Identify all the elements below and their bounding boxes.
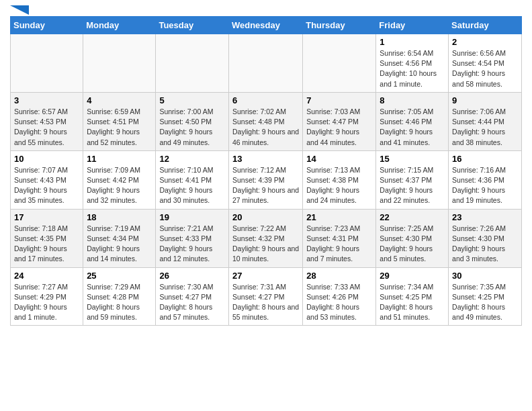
logo bbox=[10, 7, 29, 11]
logo-icon bbox=[10, 5, 29, 15]
day-info: Sunrise: 6:56 AMSunset: 4:54 PMDaylight:… bbox=[452, 48, 518, 89]
day-info: Sunrise: 6:57 AMSunset: 4:53 PMDaylight:… bbox=[14, 107, 79, 148]
day-number: 20 bbox=[232, 212, 299, 222]
day-info: Sunrise: 7:25 AMSunset: 4:30 PMDaylight:… bbox=[380, 224, 445, 265]
calendar-cell: 23Sunrise: 7:26 AMSunset: 4:30 PMDayligh… bbox=[449, 209, 522, 267]
day-info: Sunrise: 7:33 AMSunset: 4:26 PMDaylight:… bbox=[306, 282, 372, 323]
calendar-header-friday: Friday bbox=[376, 17, 449, 34]
day-number: 25 bbox=[87, 271, 152, 281]
calendar-cell: 25Sunrise: 7:29 AMSunset: 4:28 PMDayligh… bbox=[83, 267, 156, 326]
day-info: Sunrise: 7:07 AMSunset: 4:43 PMDaylight:… bbox=[14, 165, 79, 206]
day-number: 11 bbox=[87, 154, 152, 164]
calendar-cell: 9Sunrise: 7:06 AMSunset: 4:44 PMDaylight… bbox=[449, 92, 522, 150]
day-number: 5 bbox=[159, 95, 225, 105]
day-info: Sunrise: 7:15 AMSunset: 4:37 PMDaylight:… bbox=[380, 165, 445, 206]
calendar-cell: 13Sunrise: 7:12 AMSunset: 4:39 PMDayligh… bbox=[228, 150, 302, 209]
day-info: Sunrise: 7:26 AMSunset: 4:30 PMDaylight:… bbox=[452, 224, 518, 265]
day-number: 4 bbox=[87, 95, 152, 105]
day-number: 7 bbox=[306, 95, 372, 105]
day-number: 28 bbox=[306, 271, 372, 281]
calendar-cell: 26Sunrise: 7:30 AMSunset: 4:27 PMDayligh… bbox=[156, 267, 229, 326]
svg-marker-0 bbox=[10, 5, 29, 15]
calendar-week-row: 10Sunrise: 7:07 AMSunset: 4:43 PMDayligh… bbox=[11, 150, 522, 209]
day-number: 13 bbox=[232, 154, 299, 164]
day-number: 26 bbox=[159, 271, 225, 281]
header bbox=[10, 7, 522, 11]
day-info: Sunrise: 7:00 AMSunset: 4:50 PMDaylight:… bbox=[159, 107, 225, 148]
calendar-cell bbox=[83, 34, 156, 93]
calendar-cell: 29Sunrise: 7:34 AMSunset: 4:25 PMDayligh… bbox=[376, 267, 449, 326]
day-info: Sunrise: 6:54 AMSunset: 4:56 PMDaylight:… bbox=[380, 48, 445, 89]
day-number: 16 bbox=[452, 154, 518, 164]
day-number: 21 bbox=[306, 212, 372, 222]
calendar-cell: 16Sunrise: 7:16 AMSunset: 4:36 PMDayligh… bbox=[449, 150, 522, 209]
calendar-cell: 27Sunrise: 7:31 AMSunset: 4:27 PMDayligh… bbox=[228, 267, 302, 326]
calendar-cell: 19Sunrise: 7:21 AMSunset: 4:33 PMDayligh… bbox=[156, 209, 229, 267]
day-info: Sunrise: 7:22 AMSunset: 4:32 PMDaylight:… bbox=[232, 224, 299, 265]
calendar-cell bbox=[303, 34, 376, 93]
page: SundayMondayTuesdayWednesdayThursdayFrid… bbox=[0, 0, 532, 332]
day-number: 18 bbox=[87, 212, 152, 222]
calendar-cell: 20Sunrise: 7:22 AMSunset: 4:32 PMDayligh… bbox=[228, 209, 302, 267]
calendar-cell: 3Sunrise: 6:57 AMSunset: 4:53 PMDaylight… bbox=[11, 92, 83, 150]
day-number: 6 bbox=[232, 95, 299, 105]
day-info: Sunrise: 7:09 AMSunset: 4:42 PMDaylight:… bbox=[87, 165, 152, 206]
calendar: SundayMondayTuesdayWednesdayThursdayFrid… bbox=[10, 16, 522, 326]
day-info: Sunrise: 7:16 AMSunset: 4:36 PMDaylight:… bbox=[452, 165, 518, 206]
day-info: Sunrise: 7:02 AMSunset: 4:48 PMDaylight:… bbox=[232, 107, 299, 148]
day-info: Sunrise: 7:03 AMSunset: 4:47 PMDaylight:… bbox=[306, 107, 372, 148]
calendar-cell: 1Sunrise: 6:54 AMSunset: 4:56 PMDaylight… bbox=[376, 34, 449, 93]
calendar-cell: 28Sunrise: 7:33 AMSunset: 4:26 PMDayligh… bbox=[303, 267, 376, 326]
day-number: 8 bbox=[380, 95, 445, 105]
day-number: 23 bbox=[452, 212, 518, 222]
calendar-week-row: 3Sunrise: 6:57 AMSunset: 4:53 PMDaylight… bbox=[11, 92, 522, 150]
day-number: 12 bbox=[159, 154, 225, 164]
day-info: Sunrise: 7:30 AMSunset: 4:27 PMDaylight:… bbox=[159, 282, 225, 323]
day-info: Sunrise: 7:18 AMSunset: 4:35 PMDaylight:… bbox=[14, 224, 79, 265]
day-number: 10 bbox=[14, 154, 79, 164]
calendar-cell: 10Sunrise: 7:07 AMSunset: 4:43 PMDayligh… bbox=[11, 150, 83, 209]
day-info: Sunrise: 7:12 AMSunset: 4:39 PMDaylight:… bbox=[232, 165, 299, 206]
day-info: Sunrise: 6:59 AMSunset: 4:51 PMDaylight:… bbox=[87, 107, 152, 148]
day-info: Sunrise: 7:35 AMSunset: 4:25 PMDaylight:… bbox=[452, 282, 518, 323]
calendar-cell: 22Sunrise: 7:25 AMSunset: 4:30 PMDayligh… bbox=[376, 209, 449, 267]
calendar-cell: 2Sunrise: 6:56 AMSunset: 4:54 PMDaylight… bbox=[449, 34, 522, 93]
calendar-cell: 12Sunrise: 7:10 AMSunset: 4:41 PMDayligh… bbox=[156, 150, 229, 209]
calendar-cell bbox=[156, 34, 229, 93]
day-info: Sunrise: 7:31 AMSunset: 4:27 PMDaylight:… bbox=[232, 282, 299, 323]
calendar-cell: 15Sunrise: 7:15 AMSunset: 4:37 PMDayligh… bbox=[376, 150, 449, 209]
day-info: Sunrise: 7:19 AMSunset: 4:34 PMDaylight:… bbox=[87, 224, 152, 265]
calendar-header-sunday: Sunday bbox=[11, 17, 83, 34]
day-info: Sunrise: 7:10 AMSunset: 4:41 PMDaylight:… bbox=[159, 165, 225, 206]
day-number: 2 bbox=[452, 37, 518, 47]
calendar-header-tuesday: Tuesday bbox=[156, 17, 229, 34]
calendar-header-monday: Monday bbox=[83, 17, 156, 34]
calendar-week-row: 17Sunrise: 7:18 AMSunset: 4:35 PMDayligh… bbox=[11, 209, 522, 267]
day-number: 30 bbox=[452, 271, 518, 281]
calendar-cell: 21Sunrise: 7:23 AMSunset: 4:31 PMDayligh… bbox=[303, 209, 376, 267]
calendar-cell bbox=[228, 34, 302, 93]
calendar-cell: 14Sunrise: 7:13 AMSunset: 4:38 PMDayligh… bbox=[303, 150, 376, 209]
calendar-header-row: SundayMondayTuesdayWednesdayThursdayFrid… bbox=[11, 17, 522, 34]
calendar-cell: 17Sunrise: 7:18 AMSunset: 4:35 PMDayligh… bbox=[11, 209, 83, 267]
calendar-week-row: 24Sunrise: 7:27 AMSunset: 4:29 PMDayligh… bbox=[11, 267, 522, 326]
day-number: 24 bbox=[14, 271, 79, 281]
day-number: 1 bbox=[380, 37, 445, 47]
day-info: Sunrise: 7:05 AMSunset: 4:46 PMDaylight:… bbox=[380, 107, 445, 148]
calendar-header-wednesday: Wednesday bbox=[228, 17, 302, 34]
day-number: 29 bbox=[380, 271, 445, 281]
calendar-header-thursday: Thursday bbox=[303, 17, 376, 34]
calendar-cell: 24Sunrise: 7:27 AMSunset: 4:29 PMDayligh… bbox=[11, 267, 83, 326]
calendar-cell: 7Sunrise: 7:03 AMSunset: 4:47 PMDaylight… bbox=[303, 92, 376, 150]
day-number: 3 bbox=[14, 95, 79, 105]
day-number: 15 bbox=[380, 154, 445, 164]
day-number: 14 bbox=[306, 154, 372, 164]
day-info: Sunrise: 7:21 AMSunset: 4:33 PMDaylight:… bbox=[159, 224, 225, 265]
day-info: Sunrise: 7:34 AMSunset: 4:25 PMDaylight:… bbox=[380, 282, 445, 323]
day-info: Sunrise: 7:23 AMSunset: 4:31 PMDaylight:… bbox=[306, 224, 372, 265]
calendar-week-row: 1Sunrise: 6:54 AMSunset: 4:56 PMDaylight… bbox=[11, 34, 522, 93]
day-number: 19 bbox=[159, 212, 225, 222]
calendar-cell bbox=[11, 34, 83, 93]
calendar-cell: 5Sunrise: 7:00 AMSunset: 4:50 PMDaylight… bbox=[156, 92, 229, 150]
day-info: Sunrise: 7:06 AMSunset: 4:44 PMDaylight:… bbox=[452, 107, 518, 148]
